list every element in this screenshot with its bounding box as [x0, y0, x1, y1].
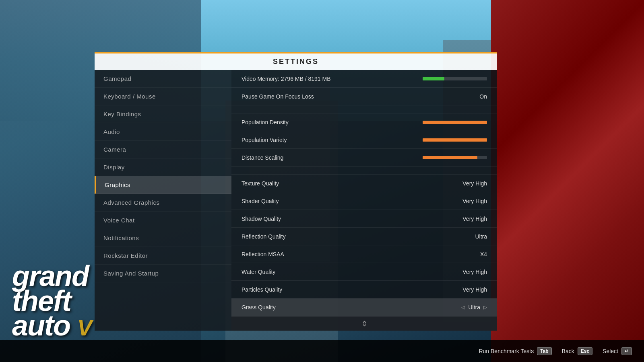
tab-key-badge: Tab	[537, 347, 551, 355]
row-reflection-quality[interactable]: Reflection Quality Ultra	[231, 228, 497, 245]
sidebar-item-notifications[interactable]: Notifications	[95, 229, 231, 247]
scroll-indicator[interactable]: ⇕	[231, 316, 497, 331]
population-density-bar[interactable]	[423, 121, 487, 124]
settings-sidebar: Gamepad Keyboard / Mouse Key Bindings Au…	[95, 70, 231, 331]
spacer-row-1	[231, 105, 497, 113]
population-density-fill	[423, 121, 487, 124]
sidebar-item-display[interactable]: Display	[95, 158, 231, 176]
settings-main: Video Memory: 2796 MB / 8191 MB Pause Ga…	[231, 70, 497, 331]
shadow-quality-value: Very High	[455, 216, 487, 222]
row-video-memory: Video Memory: 2796 MB / 8191 MB	[231, 70, 497, 88]
pause-focus-label: Pause Game On Focus Loss	[242, 93, 455, 100]
select-label: Select	[603, 348, 618, 354]
population-variety-label: Population Variety	[242, 137, 423, 143]
row-population-density[interactable]: Population Density	[231, 113, 497, 131]
pause-focus-value: On	[455, 93, 487, 100]
texture-quality-label: Texture Quality	[242, 180, 455, 187]
scroll-arrows-icon: ⇕	[361, 319, 367, 328]
run-benchmark-btn[interactable]: Run Benchmark Tests Tab	[479, 347, 551, 355]
sidebar-item-rockstar-editor[interactable]: Rockstar Editor	[95, 247, 231, 265]
population-density-label: Population Density	[242, 119, 423, 125]
particles-quality-value: Very High	[455, 286, 487, 293]
settings-panel: SETTINGS Gamepad Keyboard / Mouse Key Bi…	[95, 52, 497, 286]
texture-quality-value: Very High	[455, 180, 487, 187]
row-shadow-quality[interactable]: Shadow Quality Very High	[231, 210, 497, 228]
gta-logo: grand theft auto V	[12, 264, 91, 338]
row-particles-quality[interactable]: Particles Quality Very High	[231, 281, 497, 298]
select-btn[interactable]: Select ↵	[603, 347, 632, 355]
shadow-quality-label: Shadow Quality	[242, 216, 455, 222]
esc-key-badge: Esc	[578, 347, 592, 355]
distance-scaling-bar[interactable]	[423, 156, 487, 159]
sidebar-item-key-bindings[interactable]: Key Bindings	[95, 105, 231, 123]
row-population-variety[interactable]: Population Variety	[231, 131, 497, 149]
gta-numeral: V	[77, 315, 91, 340]
row-water-quality[interactable]: Water Quality Very High	[231, 263, 497, 281]
grass-quality-selector[interactable]: ◁ Ultra ▷	[461, 304, 487, 311]
row-shader-quality[interactable]: Shader Quality Very High	[231, 192, 497, 210]
video-memory-fill	[423, 77, 444, 80]
gta-line3: auto V	[12, 313, 91, 338]
shader-quality-label: Shader Quality	[242, 198, 455, 204]
sidebar-item-audio[interactable]: Audio	[95, 123, 231, 141]
reflection-msaa-label: Reflection MSAA	[242, 251, 455, 257]
grass-quality-value: Ultra	[468, 304, 480, 311]
sidebar-item-camera[interactable]: Camera	[95, 141, 231, 158]
shader-quality-value: Very High	[455, 198, 487, 204]
run-benchmark-label: Run Benchmark Tests	[479, 348, 534, 354]
grass-quality-label: Grass Quality	[242, 304, 461, 311]
distance-scaling-fill	[423, 156, 477, 159]
row-pause-focus[interactable]: Pause Game On Focus Loss On	[231, 88, 497, 105]
row-reflection-msaa[interactable]: Reflection MSAA X4	[231, 245, 497, 263]
row-grass-quality[interactable]: Grass Quality ◁ Ultra ▷	[231, 298, 497, 316]
water-quality-value: Very High	[455, 269, 487, 275]
reflection-quality-value: Ultra	[455, 233, 487, 240]
spacer-row-2	[231, 167, 497, 175]
population-variety-fill	[423, 138, 487, 142]
bottom-bar: Run Benchmark Tests Tab Back Esc Select …	[0, 340, 644, 362]
reflection-msaa-value: X4	[455, 251, 487, 257]
particles-quality-label: Particles Quality	[242, 286, 455, 293]
arrow-right-icon[interactable]: ▷	[483, 304, 487, 310]
row-distance-scaling[interactable]: Distance Scaling	[231, 149, 497, 167]
sidebar-item-keyboard-mouse[interactable]: Keyboard / Mouse	[95, 88, 231, 105]
arrow-left-icon[interactable]: ◁	[461, 304, 465, 310]
reflection-quality-label: Reflection Quality	[242, 233, 455, 240]
sidebar-item-advanced-graphics[interactable]: Advanced Graphics	[95, 194, 231, 212]
sidebar-item-saving-startup[interactable]: Saving And Startup	[95, 265, 231, 282]
video-memory-label: Video Memory: 2796 MB / 8191 MB	[242, 76, 423, 82]
sidebar-item-gamepad[interactable]: Gamepad	[95, 70, 231, 88]
containers-right	[491, 0, 644, 362]
water-quality-label: Water Quality	[242, 269, 455, 275]
gta-auto-text: auto	[12, 309, 70, 341]
distance-scaling-label: Distance Scaling	[242, 154, 423, 161]
settings-content: Gamepad Keyboard / Mouse Key Bindings Au…	[95, 70, 497, 331]
row-texture-quality[interactable]: Texture Quality Very High	[231, 175, 497, 192]
enter-key-badge: ↵	[621, 347, 632, 355]
settings-title: SETTINGS	[95, 52, 497, 70]
video-memory-bar	[423, 77, 487, 80]
sidebar-item-voice-chat[interactable]: Voice Chat	[95, 212, 231, 229]
sidebar-item-graphics[interactable]: Graphics	[95, 176, 231, 194]
back-btn[interactable]: Back Esc	[562, 347, 592, 355]
back-label: Back	[562, 348, 574, 354]
population-variety-bar[interactable]	[423, 138, 487, 142]
